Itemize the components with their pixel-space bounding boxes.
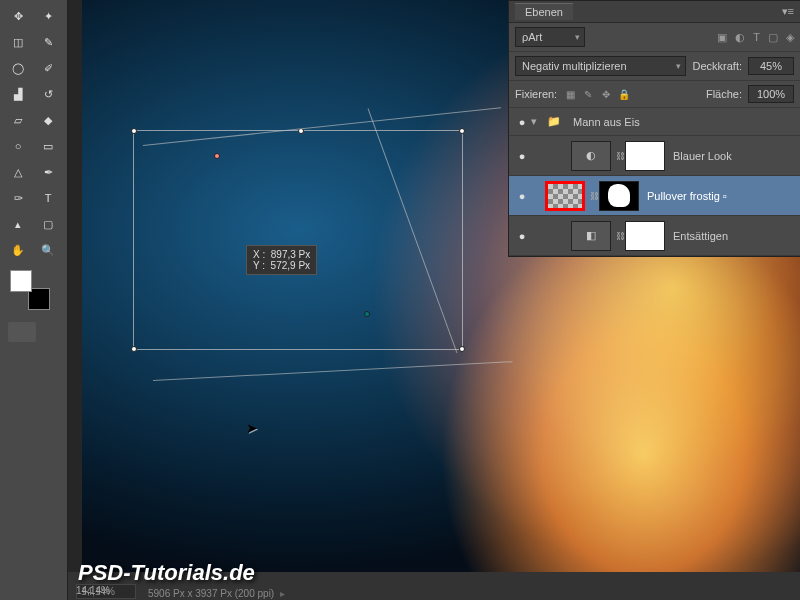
cursor-icon: ➤ — [246, 420, 258, 436]
path-tool[interactable]: ✑ — [4, 186, 32, 210]
blur-tool[interactable]: △ — [4, 160, 32, 184]
opacity-label: Deckkraft: — [692, 60, 742, 72]
layer-thumb[interactable] — [545, 181, 585, 211]
shape-tool[interactable]: ▢ — [34, 212, 62, 236]
mask-thumb[interactable] — [625, 221, 665, 251]
hand-tool[interactable]: ✋ — [4, 238, 32, 262]
toolbox: ✥ ✦ ◫ ✎ ◯ ✐ ▟ ↺ ▱ ◆ ○ ▭ △ ✒ ✑ T ▴ ▢ ✋ 🔍 — [0, 0, 68, 600]
visibility-icon[interactable]: ● — [513, 150, 531, 162]
visibility-icon[interactable]: ● — [513, 230, 531, 242]
blend-mode-dropdown[interactable]: Negativ multiplizieren — [515, 56, 686, 76]
layers-tab[interactable]: Ebenen — [515, 3, 573, 20]
layer-group[interactable]: ● ▾ 📁 Mann aus Eis — [509, 108, 800, 136]
filter-type-dropdown[interactable]: ρ Art — [515, 27, 585, 47]
layer-row[interactable]: ● ⛓ Pullover frostig ▫ — [509, 176, 800, 216]
lock-pixels-icon[interactable]: ✎ — [581, 89, 595, 100]
layer-list: ● ▾ 📁 Mann aus Eis ● ◐ ⛓ Blauer Look ● ⛓… — [509, 108, 800, 256]
mask-thumb[interactable] — [625, 141, 665, 171]
layer-name[interactable]: Entsättigen — [669, 230, 800, 242]
filter-shape-icon[interactable]: ▢ — [768, 31, 778, 44]
layer-name[interactable]: Mann aus Eis — [569, 116, 800, 128]
eyedropper-tool[interactable]: ✎ — [34, 30, 62, 54]
lock-transparency-icon[interactable]: ▦ — [563, 89, 577, 100]
opacity-input[interactable]: 45% — [748, 57, 794, 75]
filter-type-icon[interactable]: T — [753, 31, 760, 44]
pen-tool[interactable]: ✒ — [34, 160, 62, 184]
panel-menu-icon[interactable]: ▾≡ — [782, 5, 794, 18]
fill-label: Fläche: — [706, 88, 742, 100]
zoom-tool[interactable]: 🔍 — [34, 238, 62, 262]
link-icon[interactable]: ⛓ — [615, 151, 625, 161]
lock-all-icon[interactable]: 🔒 — [617, 89, 631, 100]
layer-name[interactable]: Blauer Look — [669, 150, 800, 162]
filter-pixel-icon[interactable]: ▣ — [717, 31, 727, 44]
filter-smart-icon[interactable]: ◈ — [786, 31, 794, 44]
bucket-tool[interactable]: ◆ — [34, 108, 62, 132]
foreground-color[interactable] — [10, 270, 32, 292]
folder-icon: 📁 — [543, 113, 565, 131]
brush-tool[interactable]: ✐ — [34, 56, 62, 80]
document-info: 5906 Px x 3937 Px (200 ppi) — [148, 588, 274, 599]
coord-tooltip: X : 897,3 Px Y : 572,9 Px — [246, 245, 317, 275]
dodge-tool[interactable]: ○ — [4, 134, 32, 158]
crop-tool[interactable]: ◫ — [4, 30, 32, 54]
lasso-tool[interactable]: ◯ — [4, 56, 32, 80]
filter-adjust-icon[interactable]: ◐ — [735, 31, 745, 44]
warp-transform-box[interactable] — [133, 130, 463, 350]
wand-tool[interactable]: ✦ — [34, 4, 62, 28]
move-tool[interactable]: ✥ — [4, 4, 32, 28]
lock-position-icon[interactable]: ✥ — [599, 89, 613, 100]
mask-thumb[interactable] — [599, 181, 639, 211]
visibility-icon[interactable]: ● — [513, 116, 531, 128]
lock-label: Fixieren: — [515, 88, 557, 100]
info-arrow-icon[interactable]: ▸ — [280, 588, 285, 599]
link-icon[interactable]: ⛓ — [589, 191, 599, 201]
layer-name[interactable]: Pullover frostig ▫ — [643, 190, 800, 202]
adjustment-thumb[interactable]: ◧ — [571, 221, 611, 251]
screen-mode[interactable] — [8, 322, 36, 342]
zoom-percent: 14,14% — [68, 585, 110, 596]
fill-input[interactable]: 100% — [748, 85, 794, 103]
stamp-tool[interactable]: ▟ — [4, 82, 32, 106]
layers-panel: Ebenen ▾≡ ρ Art ▣ ◐ T ▢ ◈ Negativ multip… — [508, 0, 800, 257]
link-icon[interactable]: ⛓ — [615, 231, 625, 241]
eraser-tool[interactable]: ▱ — [4, 108, 32, 132]
visibility-icon[interactable]: ● — [513, 190, 531, 202]
history-brush-tool[interactable]: ↺ — [34, 82, 62, 106]
layer-row[interactable]: ● ◧ ⛓ Entsättigen — [509, 216, 800, 256]
adjustment-thumb[interactable]: ◐ — [571, 141, 611, 171]
status-bar: 14,14% 5906 Px x 3937 Px (200 ppi) ▸ — [68, 572, 800, 600]
direct-select-tool[interactable]: ▴ — [4, 212, 32, 236]
layer-row[interactable]: ● ◐ ⛓ Blauer Look — [509, 136, 800, 176]
color-swatches[interactable] — [10, 270, 50, 310]
type-tool[interactable]: T — [34, 186, 62, 210]
gradient-tool[interactable]: ▭ — [34, 134, 62, 158]
